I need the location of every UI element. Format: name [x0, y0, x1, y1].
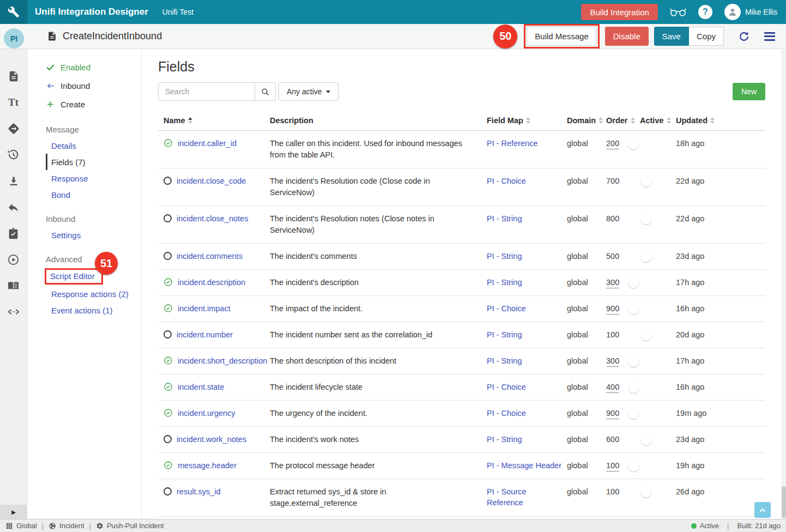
table-selector[interactable]: Incident — [49, 522, 84, 530]
rail-collapse-button[interactable]: ▶ — [0, 505, 27, 519]
column-header-active[interactable]: Active — [640, 116, 676, 125]
field-name-link[interactable]: incident.work_notes — [177, 434, 246, 445]
status-dot-icon — [691, 523, 697, 529]
field-map-link[interactable]: PI - String — [487, 214, 522, 223]
new-field-button[interactable]: New — [733, 83, 765, 100]
active-check-icon — [164, 138, 173, 148]
app-title: Unifi Integration Designer — [35, 7, 148, 17]
field-name-link[interactable]: result.sys_id — [177, 486, 221, 497]
field-name-link[interactable]: incident.state — [178, 382, 224, 392]
sidebar-item-bond[interactable]: Bond — [46, 186, 141, 203]
field-order[interactable]: 900 — [606, 303, 619, 315]
rail-reply-icon[interactable] — [0, 194, 27, 220]
integration-selector[interactable]: Push-Pull Incident — [96, 522, 164, 530]
field-map-link[interactable]: PI - Choice — [487, 383, 526, 391]
field-map-link[interactable]: PI - Message Header — [487, 461, 561, 470]
process-avatar[interactable]: PI — [4, 28, 24, 49]
field-order[interactable]: 500 — [606, 251, 619, 262]
rail-tasks-icon[interactable] — [0, 220, 27, 246]
field-map-link[interactable]: PI - String — [487, 330, 522, 339]
column-header-name[interactable]: Name — [158, 116, 270, 125]
build-integration-button[interactable]: Build Integration — [581, 4, 657, 20]
annotation-badge-51: 51 — [95, 252, 118, 275]
rail-directions-icon[interactable] — [0, 116, 27, 142]
chevron-up-icon — [758, 506, 767, 515]
scope-selector[interactable]: Global — [5, 522, 37, 530]
field-map-link[interactable]: PI - String — [487, 435, 522, 444]
field-name-link[interactable]: incident.description — [178, 277, 245, 288]
scrollbar-track[interactable] — [782, 49, 786, 519]
sidebar-item-details[interactable]: Details — [46, 137, 141, 154]
field-order[interactable]: 300 — [606, 355, 619, 367]
sidebar-create[interactable]: Create — [46, 95, 141, 113]
field-order[interactable]: 100 — [606, 486, 619, 497]
field-name-link[interactable]: incident.number — [177, 329, 233, 340]
disable-button[interactable]: Disable — [605, 27, 649, 46]
field-map-link[interactable]: PI - Choice — [487, 177, 526, 185]
sidebar-item-settings[interactable]: Settings — [46, 227, 141, 243]
field-order[interactable]: 400 — [606, 382, 619, 393]
user-menu[interactable]: Mike Ellis — [724, 4, 777, 20]
field-order[interactable]: 100 — [606, 460, 619, 471]
sidebar-item-fields[interactable]: Fields (7) — [46, 154, 141, 170]
sidebar-enabled[interactable]: Enabled — [46, 58, 141, 76]
scroll-to-top-button[interactable] — [754, 502, 771, 518]
field-name-link[interactable]: incident.comments — [177, 251, 243, 262]
rail-download-icon[interactable] — [0, 168, 27, 194]
field-name-link[interactable]: message.header — [178, 460, 237, 471]
field-order[interactable]: 700 — [606, 176, 619, 186]
environment-name[interactable]: Unifi Test — [162, 8, 194, 16]
preview-glasses-icon[interactable] — [670, 7, 686, 17]
sidebar-item-event-actions[interactable]: Event actions (1) — [46, 302, 141, 318]
field-order[interactable]: 100 — [606, 329, 619, 340]
table-header-row: Name Description Field Map Domain Order — [158, 112, 765, 131]
field-map-link[interactable]: PI - String — [487, 252, 522, 261]
field-updated: 18h ago — [676, 138, 765, 149]
build-message-button[interactable]: Build Message — [527, 27, 596, 46]
field-order[interactable]: 200 — [606, 138, 619, 149]
field-name-link[interactable]: incident.close_notes — [177, 213, 248, 224]
field-map-link[interactable]: PI - String — [487, 356, 522, 365]
scrollbar-thumb[interactable] — [782, 486, 786, 518]
sidebar-item-script-editor[interactable]: Script Editor — [50, 271, 95, 282]
rail-history-icon[interactable] — [0, 142, 27, 168]
column-header-description[interactable]: Description — [270, 116, 487, 125]
field-map-link[interactable]: PI - String — [487, 278, 522, 287]
field-order[interactable]: 900 — [606, 408, 619, 419]
field-order[interactable]: 800 — [606, 213, 619, 224]
rail-docs-book-icon[interactable] — [0, 273, 27, 299]
rail-code-icon[interactable] — [0, 299, 27, 325]
active-filter-dropdown[interactable]: Any active — [279, 82, 338, 101]
logo-area[interactable] — [0, 0, 27, 24]
rail-documents-icon[interactable] — [0, 63, 27, 89]
search-input[interactable] — [158, 82, 255, 101]
sidebar-inbound[interactable]: Inbound — [46, 76, 141, 95]
field-map-link[interactable]: PI - Reference — [487, 139, 538, 148]
help-icon[interactable]: ? — [698, 5, 712, 19]
field-order[interactable]: 600 — [606, 434, 619, 445]
field-name-link[interactable]: incident.urgency — [178, 408, 235, 419]
field-map-link[interactable]: PI - Choice — [487, 409, 526, 418]
field-name-link[interactable]: incident.short_description — [178, 355, 267, 366]
column-header-domain[interactable]: Domain — [567, 116, 606, 125]
sidebar-item-response[interactable]: Response — [46, 170, 141, 186]
column-header-field-map[interactable]: Field Map — [487, 116, 567, 125]
copy-button[interactable]: Copy — [689, 27, 724, 46]
column-header-order[interactable]: Order — [606, 116, 640, 125]
save-button[interactable]: Save — [654, 27, 689, 46]
search-button[interactable] — [255, 82, 276, 101]
column-header-updated[interactable]: Updated — [676, 116, 765, 125]
field-name-link[interactable]: incident.close_code — [177, 176, 246, 186]
refresh-button[interactable] — [738, 31, 750, 43]
rail-text-format-icon[interactable]: Tt — [0, 89, 27, 116]
field-map-link[interactable]: PI - Choice — [487, 304, 526, 313]
inbound-label: Inbound — [61, 81, 90, 90]
field-map-link[interactable]: PI - Source Reference — [487, 487, 527, 507]
menu-button[interactable] — [764, 32, 775, 41]
sort-carets-icon — [631, 117, 635, 124]
sidebar-item-response-actions[interactable]: Response actions (2) — [46, 286, 141, 302]
field-order[interactable]: 300 — [606, 277, 619, 288]
field-name-link[interactable]: incident.impact — [178, 303, 231, 314]
field-name-link[interactable]: incident.caller_id — [178, 138, 237, 149]
rail-run-icon[interactable] — [0, 246, 27, 273]
